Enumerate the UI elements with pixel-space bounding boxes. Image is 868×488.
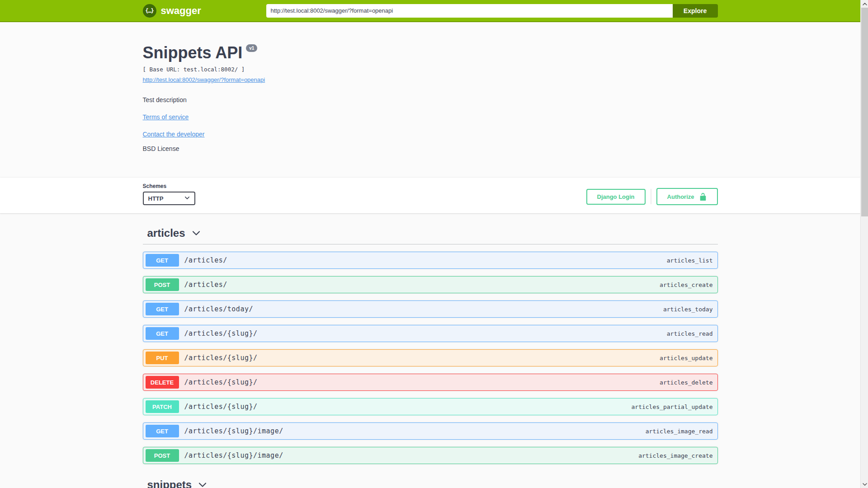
topbar: {…} swagger Explore [0, 0, 860, 22]
operation-row[interactable]: PUT/articles/{slug}/articles_update [143, 349, 718, 366]
authorize-label: Authorize [667, 193, 694, 200]
operation-id: articles_partial_update [631, 404, 712, 410]
operation-path: /articles/{slug}/ [184, 403, 258, 411]
operation-id: articles_list [667, 257, 713, 264]
operation-path: /articles/{slug}/ [184, 354, 258, 362]
operation-row[interactable]: GET/articles/{slug}/image/articles_image… [143, 422, 718, 440]
auth-divider [651, 189, 651, 204]
contact-developer-link[interactable]: Contact the developer [143, 131, 205, 138]
api-description: Test description [143, 96, 718, 103]
spec-url-input[interactable] [266, 4, 673, 18]
swagger-logo-text: swagger [161, 5, 201, 17]
base-url: [ Base URL: test.local:8002/ ] [143, 66, 718, 73]
scrollbar-thumb[interactable] [861, 8, 868, 216]
schemes-selected-value: HTTP [148, 195, 164, 202]
operation-path: /articles/today/ [184, 305, 254, 313]
authorize-button[interactable]: Authorize [656, 188, 718, 205]
operation-id: articles_image_create [638, 452, 712, 459]
method-badge: GET [146, 327, 179, 340]
scrollbar-up-button[interactable] [861, 0, 868, 8]
operation-id: articles_create [660, 282, 712, 288]
method-badge: GET [146, 303, 179, 315]
download-url-form: Explore [266, 4, 718, 18]
version-badge: v1 [246, 44, 257, 52]
chevron-down-icon [198, 480, 207, 488]
operation-row[interactable]: DELETE/articles/{slug}/articles_delete [143, 374, 718, 391]
schemes-select[interactable]: HTTP [143, 192, 195, 205]
api-title-text: Snippets API [143, 43, 243, 62]
explore-button[interactable]: Explore [673, 4, 718, 18]
operation-id: articles_read [667, 330, 713, 337]
operation-path: /articles/ [184, 281, 227, 289]
swagger-logo-icon: {…} [143, 4, 156, 18]
vertical-scrollbar [860, 0, 868, 488]
method-badge: GET [146, 425, 179, 437]
operation-row[interactable]: GET/articles/today/articles_today [143, 300, 718, 318]
operation-row[interactable]: GET/articles/articles_list [143, 252, 718, 269]
chevron-down-icon [192, 229, 201, 238]
method-badge: POST [146, 278, 179, 291]
license-text: BSD License [143, 145, 718, 152]
schemes-label: Schemes [143, 183, 195, 189]
operation-path: /articles/{slug}/ [184, 329, 258, 338]
django-login-label: Django Login [597, 193, 635, 200]
scrollbar-down-button[interactable] [861, 480, 868, 488]
section-title: articles [147, 227, 185, 239]
operation-id: articles_delete [660, 379, 712, 386]
operation-path: /articles/{slug}/ [184, 378, 258, 386]
operation-id: articles_update [660, 355, 712, 361]
operation-row[interactable]: POST/articles/{slug}/image/articles_imag… [143, 447, 718, 464]
method-badge: POST [146, 449, 179, 462]
auth-wrapper: Django Login Authorize [586, 188, 718, 205]
operation-path: /articles/ [184, 256, 227, 264]
terms-of-service-link[interactable]: Terms of service [143, 113, 189, 121]
operation-path: /articles/{slug}/image/ [184, 427, 283, 435]
section-header-articles[interactable]: articles [143, 227, 718, 244]
operation-path: /articles/{slug}/image/ [184, 451, 283, 460]
django-login-button[interactable]: Django Login [586, 189, 646, 205]
operation-id: articles_image_read [646, 428, 713, 435]
scheme-container: Schemes HTTP Django Login Authorize [0, 178, 860, 213]
method-badge: PUT [146, 352, 179, 364]
operation-id: articles_today [663, 306, 713, 313]
method-badge: PATCH [146, 400, 179, 413]
chevron-down-icon [184, 195, 190, 202]
section-header-snippets[interactable]: snippets [143, 479, 718, 488]
operation-row[interactable]: PATCH/articles/{slug}/articles_partial_u… [143, 398, 718, 415]
operation-row[interactable]: POST/articles/articles_create [143, 276, 718, 293]
page: {…} swagger Explore Snippets API v1 [ Ba… [0, 0, 860, 488]
spec-link[interactable]: http://test.local:8002/swagger/?format=o… [143, 76, 265, 83]
section-title: snippets [147, 479, 192, 488]
method-badge: DELETE [146, 376, 179, 389]
operations: articlesGET/articles/articles_listPOST/a… [143, 213, 718, 488]
unlock-icon [699, 192, 707, 201]
operation-row[interactable]: GET/articles/{slug}/articles_read [143, 325, 718, 342]
swagger-logo: {…} swagger [143, 4, 201, 18]
page-title: Snippets API v1 [143, 43, 718, 62]
info-section: Snippets API v1 [ Base URL: test.local:8… [0, 22, 860, 178]
method-badge: GET [146, 254, 179, 267]
